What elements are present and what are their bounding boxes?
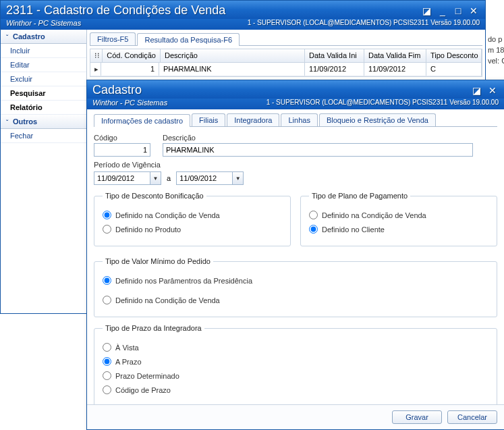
- label-a: a: [167, 174, 171, 182]
- legend-tipo-plano: Tipo de Plano de Pagamento: [309, 192, 410, 200]
- main-title: 2311 - Cadastro de Condições de Venda: [6, 3, 225, 18]
- radio-prazo-codigo[interactable]: Código de Prazo: [103, 385, 488, 394]
- group-tipo-valor-min: Tipo de Valor Mínimo do Pedido Definido …: [94, 257, 497, 317]
- col-descricao[interactable]: Descrição: [161, 49, 305, 62]
- result-grid: ⁝⁝ Cód. Condição Descrição Data Valida I…: [90, 49, 482, 77]
- sidebar-header-cadastro[interactable]: ˇ Cadastro: [1, 30, 86, 44]
- group-tipo-plano: Tipo de Plano de Pagamento Definido na C…: [300, 192, 497, 246]
- radio-input[interactable]: [103, 371, 111, 380]
- main-subtitle-left: Winthor - PC Sistemas: [6, 19, 81, 27]
- close-icon[interactable]: ✕: [468, 5, 480, 16]
- radio-input[interactable]: [103, 211, 111, 219]
- group-tipo-prazo: Tipo de Prazo da Integradora À Vista A P…: [94, 324, 497, 404]
- group-tipo-desconto: Tipo de Desconto Bonificação Definido na…: [94, 192, 291, 246]
- tab-info-cadastro[interactable]: Informações de cadastro: [94, 114, 190, 127]
- main-subtitlebar: Winthor - PC Sistemas 1 - SUPERVISOR (LO…: [1, 19, 485, 30]
- main-tabs: Filtros-F5 Resultado da Pesquisa-F6: [90, 32, 482, 46]
- grid-header: ⁝⁝ Cód. Condição Descrição Data Valida I…: [90, 49, 482, 63]
- minimize-icon[interactable]: _: [437, 5, 449, 16]
- restore-icon[interactable]: ◪: [421, 5, 433, 16]
- cadastro-window: Cadastro ◪ ✕ Winthor - PC Sistemas 1 - S…: [86, 80, 504, 430]
- cadastro-subtitle-left: Winthor - PC Sistemas: [92, 99, 167, 107]
- label-descricao: Descrição: [163, 134, 473, 142]
- radio-input[interactable]: [309, 225, 318, 234]
- cadastro-tabs: Informações de cadastro Filiais Integrad…: [94, 113, 497, 127]
- table-row[interactable]: ▸ 1 PHARMALINK 11/09/2012 11/09/2012 C: [90, 63, 482, 76]
- label-codigo: Código: [94, 134, 150, 142]
- radio-input[interactable]: [103, 296, 111, 304]
- close-icon[interactable]: ✕: [486, 85, 499, 96]
- sidebar-item-incluir[interactable]: Incluir: [1, 44, 86, 58]
- restore-icon[interactable]: ◪: [471, 85, 483, 96]
- bottom-bar: Gravar Cancelar: [87, 404, 504, 429]
- sidebar-item-editar[interactable]: Editar: [1, 58, 86, 72]
- cadastro-subtitle-right: 1 - SUPERVISOR (LOCAL@MEDICAMENTOS) PCSI…: [267, 99, 499, 107]
- maximize-icon[interactable]: □: [452, 5, 464, 16]
- radio-input[interactable]: [103, 276, 111, 285]
- sidebar-item-fechar[interactable]: Fechar: [1, 129, 86, 143]
- cancelar-button[interactable]: Cancelar: [447, 410, 497, 424]
- col-cod-condicao[interactable]: Cód. Condição: [103, 49, 161, 62]
- radio-valormin-presidencia[interactable]: Definido nos Parâmentros da Presidência: [103, 276, 488, 285]
- chevron-down-icon[interactable]: ▼: [150, 172, 161, 184]
- radio-prazo-aprazo[interactable]: A Prazo: [103, 357, 488, 366]
- tab-filiais[interactable]: Filiais: [192, 113, 225, 126]
- sidebar-item-excluir[interactable]: Excluir: [1, 72, 86, 86]
- tab-filtros[interactable]: Filtros-F5: [90, 32, 136, 45]
- radio-input[interactable]: [103, 357, 111, 366]
- cell-cod: 1: [101, 63, 159, 76]
- main-subtitle-right: 1 - SUPERVISOR (LOCAL@MEDICAMENTOS) PCSI…: [248, 19, 480, 27]
- radio-input[interactable]: [103, 343, 111, 352]
- cadastro-titlebar: Cadastro ◪ ✕: [87, 80, 504, 99]
- main-titlebar: 2311 - Cadastro de Condições de Venda ◪ …: [1, 1, 485, 19]
- radio-input[interactable]: [309, 211, 318, 219]
- sidebar-item-pesquisar[interactable]: Pesquisar: [1, 86, 86, 101]
- cell-td: C: [426, 63, 482, 76]
- tab-linhas[interactable]: Linhas: [281, 113, 317, 126]
- radio-input[interactable]: [103, 385, 111, 394]
- label-periodo: Período de Vigência: [94, 161, 497, 169]
- row-indicator-icon: ▸: [90, 63, 101, 76]
- radio-plano-condicao[interactable]: Definido na Condição de Venda: [309, 211, 488, 219]
- col-data-ini[interactable]: Data Valida Ini: [305, 49, 364, 62]
- sidebar-item-relatorio[interactable]: Relatório: [1, 101, 86, 115]
- chevron-down-icon: ˇ: [6, 119, 8, 126]
- radio-desconto-condicao[interactable]: Definido na Condição de Venda: [103, 211, 282, 219]
- legend-tipo-desconto: Tipo de Desconto Bonificação: [103, 192, 206, 200]
- cadastro-subtitlebar: Winthor - PC Sistemas 1 - SUPERVISOR (LO…: [87, 99, 504, 109]
- chevron-down-icon: ˇ: [6, 34, 8, 41]
- cell-dvi: 11/09/2012: [305, 63, 364, 76]
- chevron-down-icon[interactable]: ▼: [232, 172, 243, 184]
- cell-desc: PHARMALINK: [159, 63, 305, 76]
- codigo-field[interactable]: [94, 143, 150, 157]
- radio-prazo-determinado[interactable]: Prazo Determinado: [103, 371, 488, 380]
- radio-desconto-produto[interactable]: Definido no Produto: [103, 225, 282, 234]
- cadastro-title: Cadastro: [92, 83, 142, 97]
- radio-valormin-condicao[interactable]: Definido na Condição de Venda: [103, 296, 488, 304]
- tab-bloqueio[interactable]: Bloqueio e Restrição de Venda: [319, 113, 436, 126]
- descricao-field[interactable]: [163, 143, 473, 157]
- radio-input[interactable]: [103, 225, 111, 234]
- legend-tipo-valor-min: Tipo de Valor Mínimo do Pedido: [103, 257, 213, 265]
- legend-tipo-prazo: Tipo de Prazo da Integradora: [103, 324, 204, 332]
- tab-resultado[interactable]: Resultado da Pesquisa-F6: [137, 33, 240, 46]
- gravar-button[interactable]: Gravar: [392, 410, 442, 424]
- sidebar-header-outros[interactable]: ˇ Outros: [1, 115, 86, 129]
- sidebar: ˇ Cadastro Incluir Editar Excluir Pesqui…: [1, 30, 87, 313]
- cell-dvf: 11/09/2012: [364, 63, 426, 76]
- col-tipo-desconto[interactable]: Tipo Desconto: [426, 49, 482, 62]
- radio-prazo-avista[interactable]: À Vista: [103, 343, 488, 352]
- tab-integradora[interactable]: Integradora: [227, 113, 279, 126]
- col-data-fim[interactable]: Data Valida Fim: [364, 49, 426, 62]
- radio-plano-cliente[interactable]: Definido no Cliente: [309, 225, 488, 234]
- grid-header-indicator: ⁝⁝: [90, 49, 103, 62]
